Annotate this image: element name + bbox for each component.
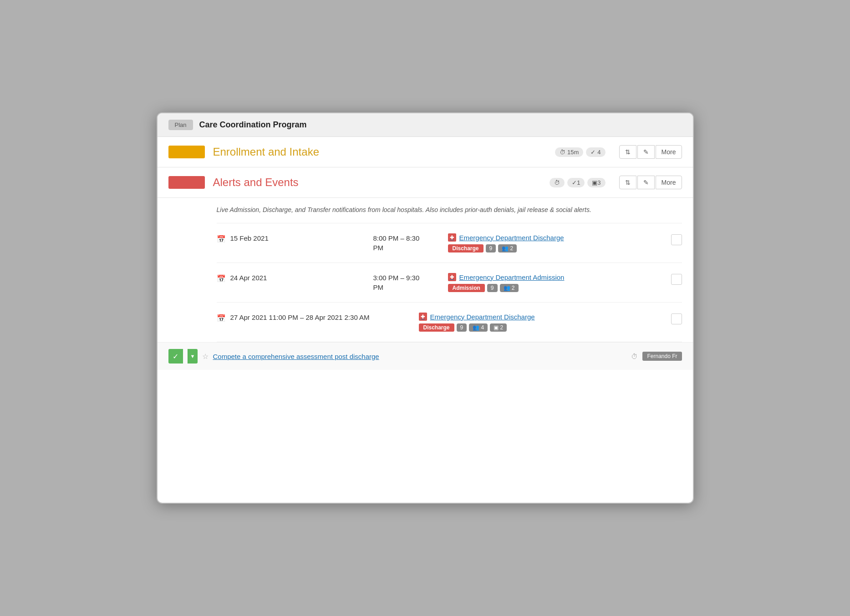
alerts-row: Alerts and Events ⏱ ✓1 ▣3 ⇅ ✎ More — [158, 167, 693, 198]
alerts-meta: ⏱ ✓1 ▣3 — [550, 178, 605, 187]
event-3-date-col: 📅 27 Apr 2021 11:00 PM – 28 Apr 2021 2:3… — [217, 313, 408, 323]
alerts-clock-badge: ⏱ — [550, 178, 565, 187]
enrollment-check-value: 4 — [597, 149, 601, 156]
alerts-sort-button[interactable]: ⇅ — [619, 176, 636, 189]
event-1-detail: ✚ Emergency Department Discharge Dischar… — [448, 233, 660, 252]
header: Plan Care Coordination Program — [158, 113, 693, 137]
alerts-box-badge: ▣3 — [587, 178, 605, 187]
alerts-check-badge: ✓1 — [567, 178, 585, 187]
task-clock-icon: ⏱ — [631, 353, 638, 360]
header-title: Care Coordination Program — [199, 120, 307, 130]
enrollment-time-value: 15m — [567, 149, 579, 156]
event-1-date: 15 Feb 2021 — [230, 234, 269, 242]
event-3-checkbox[interactable] — [671, 313, 682, 324]
check-icon: ✓ — [590, 149, 596, 156]
discharge-tag-3: Discharge — [419, 323, 454, 332]
event-1-time: 8:00 PM – 8:30PM — [373, 233, 437, 252]
event-1-link[interactable]: ✚ Emergency Department Discharge — [448, 233, 660, 242]
event-3-tags: Discharge 9 👥 4 ▣ 2 — [419, 323, 660, 332]
event-3-score-tag: 9 — [457, 323, 467, 332]
event-2-tags: Admission 9 👥 2 — [448, 284, 660, 292]
admission-tag: Admission — [448, 284, 485, 292]
enrollment-time-badge: ⏱ 15m — [555, 147, 583, 157]
event-3-people-tag: 👥 4 — [469, 323, 488, 332]
event-3-link[interactable]: ✚ Emergency Department Discharge — [419, 313, 660, 321]
main-window: Plan Care Coordination Program Enrollmen… — [157, 112, 694, 504]
alerts-title: Alerts and Events — [213, 176, 542, 189]
event-2-date-col: 📅 24 Apr 2021 — [217, 273, 362, 283]
task-caret-button[interactable]: ▼ — [188, 349, 198, 364]
event-2-people-tag: 👥 2 — [500, 284, 519, 292]
event-3-detail: ✚ Emergency Department Discharge Dischar… — [419, 313, 660, 332]
task-star-icon[interactable]: ☆ — [202, 352, 209, 361]
calendar-icon: 📅 — [217, 314, 226, 323]
event-1-checkbox[interactable] — [671, 234, 682, 245]
enrollment-color-bar — [168, 146, 205, 158]
hospital-icon: ✚ — [419, 313, 427, 321]
alerts-edit-button[interactable]: ✎ — [637, 176, 655, 189]
event-row: 📅 24 Apr 2021 3:00 PM – 9:30PM ✚ Emergen… — [217, 263, 682, 303]
enrollment-sort-button[interactable]: ⇅ — [619, 145, 636, 159]
enrollment-row: Enrollment and Intake ⏱ 15m ✓ 4 ⇅ ✎ More — [158, 137, 693, 167]
event-3-msg-tag: ▣ 2 — [490, 323, 507, 332]
enrollment-check-badge: ✓ 4 — [586, 147, 605, 157]
task-text[interactable]: Compete a comprehensive assessment post … — [213, 353, 627, 360]
hospital-icon: ✚ — [448, 273, 456, 281]
discharge-tag: Discharge — [448, 244, 484, 252]
event-2-date: 24 Apr 2021 — [230, 274, 267, 282]
event-1-score-tag: 9 — [486, 244, 496, 252]
task-assignee: Fernando Fr — [642, 352, 682, 361]
event-2-detail: ✚ Emergency Department Admission Admissi… — [448, 273, 660, 292]
clock-icon: ⏱ — [560, 149, 565, 156]
event-2-time: 3:00 PM – 9:30PM — [373, 273, 437, 292]
enrollment-edit-button[interactable]: ✎ — [637, 145, 655, 159]
event-2-link[interactable]: ✚ Emergency Department Admission — [448, 273, 660, 281]
event-1-tags: Discharge 9 👥 2 — [448, 244, 660, 252]
plan-badge: Plan — [168, 120, 193, 130]
enrollment-actions: ⇅ ✎ More — [619, 145, 682, 159]
task-row: ✓ ▼ ☆ Compete a comprehensive assessment… — [158, 342, 693, 370]
enrollment-title: Enrollment and Intake — [213, 146, 547, 158]
alerts-color-bar — [168, 176, 205, 189]
event-2-score-tag: 9 — [487, 284, 498, 292]
event-row: 📅 27 Apr 2021 11:00 PM – 28 Apr 2021 2:3… — [217, 303, 682, 342]
task-complete-button[interactable]: ✓ — [168, 349, 183, 364]
enrollment-meta: ⏱ 15m ✓ 4 — [555, 147, 606, 157]
alerts-description: Live Admission, Discharge, and Transfer … — [217, 198, 682, 223]
event-2-checkbox[interactable] — [671, 274, 682, 285]
calendar-icon: 📅 — [217, 235, 226, 243]
event-1-people-tag: 👥 2 — [498, 244, 517, 252]
event-3-date: 27 Apr 2021 11:00 PM – 28 Apr 2021 2:30 … — [230, 313, 370, 321]
event-row: 📅 15 Feb 2021 8:00 PM – 8:30PM ✚ Emergen… — [217, 223, 682, 263]
alerts-more-button[interactable]: More — [656, 176, 682, 189]
alerts-actions: ⇅ ✎ More — [619, 176, 682, 189]
hospital-icon: ✚ — [448, 233, 456, 242]
enrollment-more-button[interactable]: More — [656, 145, 682, 159]
calendar-icon: 📅 — [217, 274, 226, 283]
event-1-date-col: 📅 15 Feb 2021 — [217, 233, 362, 243]
alerts-body: Live Admission, Discharge, and Transfer … — [158, 198, 693, 342]
